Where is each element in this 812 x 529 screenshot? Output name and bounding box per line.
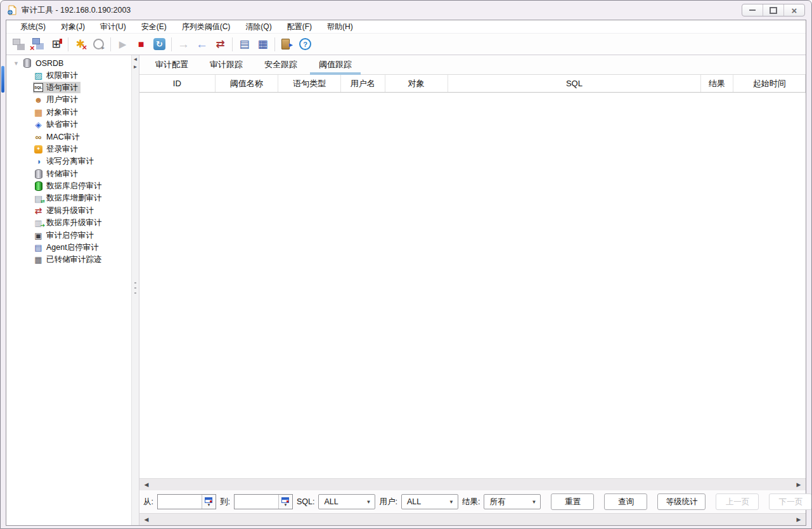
exit-icon[interactable] [278,36,296,53]
to-calendar-button[interactable]: ▼ [278,495,292,509]
tree-item[interactable]: 语句审计 [6,82,131,94]
splitter[interactable]: ◄ ► [131,55,139,525]
query-button[interactable]: 查询 [604,493,647,510]
column-header[interactable]: 起始时间 [733,75,806,92]
column-header[interactable]: ID [139,75,216,92]
menu-item[interactable]: 审计(U) [93,20,134,33]
network-disconnect-icon[interactable] [29,36,47,53]
column-header-label: 用户名 [351,78,375,89]
bottom-hscrollbar[interactable] [139,513,806,525]
tree-item[interactable]: 转储审计 [6,168,131,180]
tree-root-label: OSRDB [35,59,63,68]
tree-item[interactable]: 审计启停审计 [6,229,131,241]
audit-tree-icon[interactable] [47,36,65,53]
tree-item[interactable]: 数据库启停审计 [6,180,131,192]
from-date-field[interactable] [158,495,202,509]
to-label: 到: [220,497,230,507]
menu-item[interactable]: 对象(J) [53,20,93,33]
from-label: 从: [143,497,153,507]
from-date-input[interactable]: ▼ [157,494,216,509]
db-adddel-audit-icon [34,193,43,203]
tree-expander-icon[interactable]: ▼ [13,60,19,67]
collapse-right-icon[interactable]: ► [133,64,138,70]
column-header-label: 结果 [709,78,725,89]
reset-button[interactable]: 重置 [551,493,594,510]
splitter-grip-icon[interactable] [134,280,137,296]
user-filter-select[interactable]: ALL ▼ [401,494,458,509]
tree-item[interactable]: MAC审计 [6,131,131,143]
column-header[interactable]: 阈值名称 [216,75,279,92]
tree-item[interactable]: 数据库升级审计 [6,217,131,229]
calendar-icon [281,497,289,503]
result-filter-select[interactable]: 所有 ▼ [484,494,541,509]
column-header[interactable]: SQL [448,75,700,92]
tab[interactable]: 审计配置 [145,55,199,74]
refresh-icon[interactable] [150,36,169,53]
tree-item-label: 数据库启停审计 [46,181,102,192]
table-hscrollbar[interactable] [139,478,806,490]
tree-item[interactable]: 数据库增删审计 [6,192,131,204]
to-date-field[interactable] [235,495,278,509]
menu-item[interactable]: 清除(Q) [238,20,279,33]
form-view-icon[interactable] [235,36,254,53]
tree-item[interactable]: Agent启停审计 [6,242,131,254]
swap-icon[interactable] [211,36,229,53]
menu-item[interactable]: 系统(S) [13,20,53,33]
content-area: ▼ OSRDB 权限审计 [6,55,806,525]
scroll-left-icon[interactable] [141,479,152,490]
tree-item[interactable]: 登录审计 [6,143,131,155]
prev-page-button[interactable]: 上一页 [716,493,759,510]
column-header-label: 起始时间 [753,78,786,89]
menu-item[interactable]: 配置(F) [280,20,319,33]
menu-item[interactable]: 序列类阈值(C) [174,20,238,33]
tab-label: 审计跟踪 [210,59,243,70]
minimize-button[interactable] [742,4,763,16]
stop-icon[interactable] [132,36,150,53]
tree-root-osrdb[interactable]: ▼ OSRDB [6,57,131,69]
app-frame: 系统(S)对象(J)审计(U)安全(E)序列类阈值(C)清除(Q)配置(F)帮助… [6,20,806,526]
start-icon[interactable] [113,36,132,53]
timer-icon[interactable] [89,36,108,53]
tab[interactable]: 审计跟踪 [199,55,254,74]
tree-item-label: 登录审计 [46,144,78,155]
tree-item[interactable]: 已转储审计踪迹 [6,254,131,266]
sql-filter-select[interactable]: ALL ▼ [318,494,375,509]
column-header[interactable]: 用户名 [341,75,385,92]
tree-item[interactable]: 用户审计 [6,94,131,106]
user-audit-icon [34,95,43,105]
tab[interactable]: 安全跟踪 [254,55,308,74]
to-date-input[interactable]: ▼ [234,494,293,509]
table-view-icon[interactable] [254,36,272,53]
from-calendar-button[interactable]: ▼ [202,495,216,509]
user-filter-value: ALL [407,497,421,506]
tree-item[interactable]: 逻辑升级审计 [6,205,131,217]
tab[interactable]: 阈值跟踪 [308,55,363,74]
next-page-button[interactable]: 下一页 [769,493,812,510]
tree-item-label: 缺省审计 [46,119,78,130]
level-stats-button[interactable]: 等级统计 [657,493,706,510]
column-header[interactable]: 结果 [701,75,734,92]
menu-item[interactable]: 帮助(H) [319,20,361,33]
menu-item[interactable]: 安全(E) [134,20,174,33]
scroll-right-icon[interactable] [793,479,804,490]
restore-button[interactable] [763,4,783,16]
tree-item[interactable]: 权限审计 [6,69,131,81]
scroll-right-icon[interactable] [793,514,804,525]
help-icon[interactable] [296,36,314,53]
chevron-down-icon: ▼ [449,499,454,505]
clear-alarm-icon[interactable] [71,36,89,53]
tree-item[interactable]: 对象审计 [6,107,131,119]
close-button[interactable] [783,4,804,16]
back-icon[interactable] [193,36,211,53]
tree-item[interactable]: 读写分离审计 [6,155,131,167]
forward-icon[interactable] [174,36,193,53]
scroll-left-icon[interactable] [141,514,152,525]
tree-item[interactable]: 缺省审计 [6,119,131,131]
network-connect-icon[interactable] [10,36,29,53]
result-label: 结果: [462,497,480,507]
title-bar[interactable]: 审计工具 - 192.168.0.190:2003 [1,1,811,20]
collapse-left-icon[interactable]: ◄ [133,56,138,63]
column-header[interactable]: 对象 [385,75,449,92]
database-icon [23,58,32,68]
column-header[interactable]: 语句类型 [278,75,341,92]
